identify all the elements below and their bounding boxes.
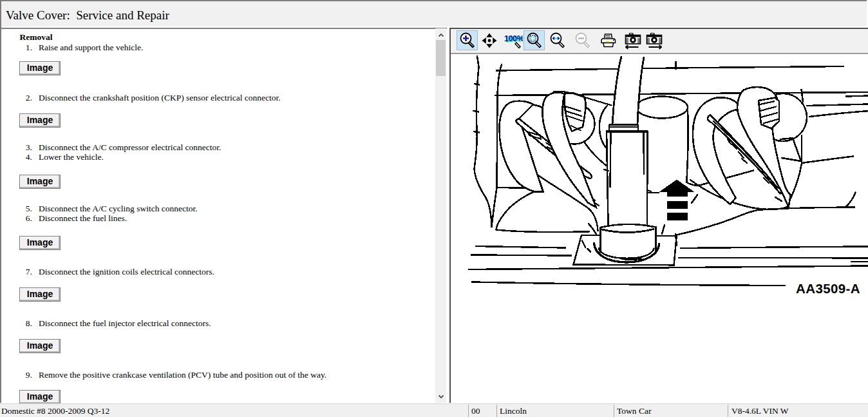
svg-text:100%: 100% (504, 34, 523, 43)
svg-text:AA3509-A: AA3509-A (796, 281, 860, 296)
